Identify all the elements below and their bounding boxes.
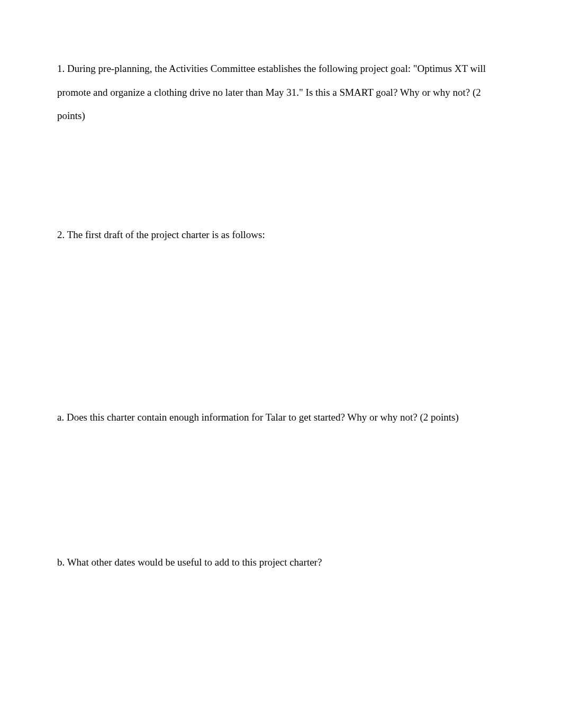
- question-2: 2. The first draft of the project charte…: [57, 223, 505, 247]
- question-1: 1. During pre-planning, the Activities C…: [57, 57, 505, 128]
- question-2a: a. Does this charter contain enough info…: [57, 406, 505, 430]
- question-2b: b. What other dates would be useful to a…: [57, 551, 505, 575]
